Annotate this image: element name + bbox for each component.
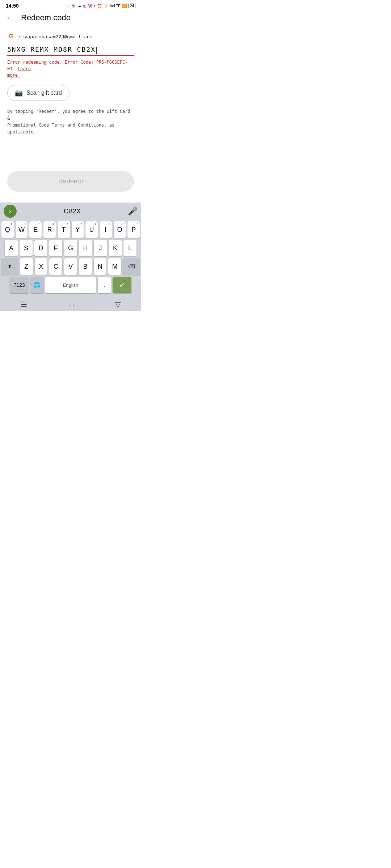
dot-icon: • [94,4,96,8]
key-l[interactable]: L [123,240,136,256]
suggestion-expand-button[interactable]: › [4,205,17,218]
battery-icon: 24 [129,4,135,8]
key-x[interactable]: X [35,258,48,275]
keyboard-row-1: 1Q 2W 3E 4R 5T 6Y 7U 8I 9O 0P [1,221,140,238]
key-z[interactable]: Z [20,258,33,275]
key-r[interactable]: 4R [43,221,56,238]
bluetooth-icon: ⚡ [104,4,109,8]
snapchat-icon: 👻 [71,4,76,8]
key-s[interactable]: S [20,240,33,256]
key-u[interactable]: 7U [85,221,98,238]
vi-icon: VI [88,3,92,9]
num-key[interactable]: ?123 [10,277,29,293]
terms-link[interactable]: Terms and Conditions [52,123,104,128]
nav-home-icon[interactable]: □ [69,301,73,309]
status-bar: 14:50 ⊟ 👻 ☁ ◎ VI • ⏰ ⚡ VoLTE 📶 24 [0,0,141,10]
status-icons: ⊟ 👻 ☁ ◎ VI • ⏰ ⚡ VoLTE 📶 24 [66,3,135,9]
backspace-key[interactable]: ⌫ [123,258,140,275]
redeem-button[interactable]: Redeem [7,171,134,192]
key-n[interactable]: N [94,258,107,275]
period-key[interactable]: . [98,277,111,293]
shift-key[interactable]: ⬆ [1,258,18,275]
scan-gift-card-label: Scan gift card [26,90,62,96]
key-a[interactable]: A [5,240,18,256]
key-c[interactable]: C [49,258,62,275]
main-content: G sivaparakasam229@gmail.com 5NXG REMX M… [0,27,141,136]
key-m[interactable]: M [108,258,121,275]
nav-menu-icon[interactable]: ☰ [21,300,27,309]
space-key[interactable]: English [45,277,96,293]
nav-bar: ☰ □ ▽ [0,297,141,311]
key-e[interactable]: 3E [29,221,42,238]
key-k[interactable]: K [109,240,122,256]
camera-icon: 📷 [15,89,23,97]
key-v[interactable]: V [64,258,77,275]
keyboard-row-2: A S D F G H J K L [1,240,140,256]
signal-icon: 📶 [122,4,127,8]
key-i[interactable]: 8I [100,221,112,238]
key-t[interactable]: 5T [58,221,70,238]
code-display: 5NXG REMX MD8R CB2X [7,46,96,53]
suggestion-word[interactable]: CB2X [20,208,125,215]
key-g[interactable]: G [64,240,77,256]
key-y[interactable]: 6Y [72,221,84,238]
error-message: Error redeeming code. Error Code: PRS-PG… [7,59,134,78]
globe-key[interactable]: 🌐 [30,277,43,293]
key-p[interactable]: 0P [127,221,140,238]
keyboard: 1Q 2W 3E 4R 5T 6Y 7U 8I 9O 0P A S D F G … [0,220,141,297]
key-h[interactable]: H [79,240,92,256]
code-input-wrapper[interactable]: 5NXG REMX MD8R CB2X [7,46,134,56]
terms-text: By tapping 'Redeem', you agree to the Gi… [7,108,134,136]
message-icon: ⊟ [66,4,70,8]
account-row: G sivaparakasam229@gmail.com [7,33,134,41]
account-email: sivaparakasam229@gmail.com [19,34,93,39]
back-button[interactable]: ← [6,13,14,22]
alarm-icon: ⏰ [97,4,102,8]
page-title: Redeem code [21,13,71,22]
toolbar: ← Redeem code [0,10,141,27]
keyboard-area: › CB2X 🎤 1Q 2W 3E 4R 5T 6Y 7U 8I 9O 0P A… [0,203,141,311]
cloud-icon: ☁ [77,4,81,8]
key-w[interactable]: 2W [16,221,28,238]
mic-icon[interactable]: 🎤 [128,207,138,216]
cursor [96,47,97,54]
key-o[interactable]: 9O [114,221,126,238]
key-d[interactable]: D [34,240,47,256]
status-time: 14:50 [6,3,19,9]
volte-icon: VoLTE [110,4,121,8]
key-j[interactable]: J [94,240,107,256]
keyboard-row-bottom: ?123 🌐 English . ✓ [1,277,140,293]
instagram-icon: ◎ [83,4,87,8]
keyboard-row-3: ⬆ Z X C V B N M ⌫ [1,258,140,275]
nav-back-icon[interactable]: ▽ [115,300,121,309]
google-icon: G [7,33,15,41]
enter-key[interactable]: ✓ [113,277,131,293]
key-f[interactable]: F [49,240,62,256]
suggestion-bar: › CB2X 🎤 [0,203,141,220]
scan-gift-card-button[interactable]: 📷 Scan gift card [7,85,70,101]
key-b[interactable]: B [79,258,92,275]
key-q[interactable]: 1Q [1,221,14,238]
